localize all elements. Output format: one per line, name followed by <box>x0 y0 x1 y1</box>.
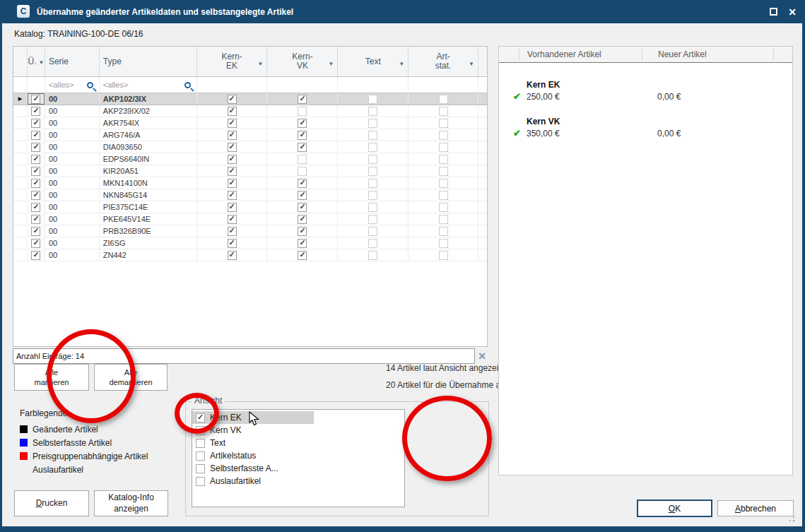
deselect-all-rows-button[interactable]: Alle demarkieren <box>94 364 168 391</box>
text-checkbox[interactable] <box>368 131 377 140</box>
table-row[interactable]: 00AKR754IX <box>13 117 487 129</box>
artstat-checkbox[interactable] <box>439 203 448 212</box>
titlebar[interactable]: C Übernahme geänderter Artikeldaten und … <box>0 0 805 23</box>
kern-vk-cell[interactable] <box>267 225 338 237</box>
kern-vk-checkbox[interactable] <box>298 179 307 188</box>
text-cell[interactable] <box>338 93 409 105</box>
text-checkbox[interactable] <box>368 239 377 248</box>
uebernahme-checkbox[interactable] <box>31 203 40 212</box>
kern-ek-cell[interactable] <box>197 141 268 153</box>
kern-ek-checkbox[interactable] <box>228 107 237 116</box>
kern-ek-cell[interactable] <box>197 189 268 201</box>
uebernahme-cell[interactable] <box>28 213 45 225</box>
kern-ek-cell[interactable] <box>197 213 268 225</box>
kern-ek-checkbox[interactable] <box>228 167 237 176</box>
kern-ek-checkbox[interactable] <box>228 215 237 224</box>
table-row[interactable]: 00NKN845G14 <box>13 189 487 201</box>
text-cell[interactable] <box>338 201 409 213</box>
uebernahme-cell[interactable] <box>28 237 45 249</box>
text-checkbox[interactable] <box>368 155 377 164</box>
uebernahme-checkbox[interactable] <box>31 155 40 164</box>
artstat-checkbox[interactable] <box>439 167 448 176</box>
kern-ek-checkbox[interactable] <box>228 191 237 200</box>
artstat-cell[interactable] <box>409 177 478 189</box>
header-kern-ek[interactable]: Kern-EK <box>197 47 268 76</box>
text-cell[interactable] <box>338 129 409 141</box>
kern-vk-checkbox[interactable] <box>298 119 307 128</box>
table-row[interactable]: 00ZN442 <box>13 249 487 261</box>
kern-vk-cell[interactable] <box>267 237 338 249</box>
text-cell[interactable] <box>338 237 409 249</box>
artstat-checkbox[interactable] <box>439 239 448 248</box>
artstat-checkbox[interactable] <box>439 227 448 236</box>
ansicht-item[interactable]: Text <box>192 437 404 449</box>
kern-vk-checkbox[interactable] <box>298 239 307 248</box>
uebernahme-checkbox[interactable] <box>31 227 40 236</box>
kern-ek-checkbox[interactable] <box>228 131 237 140</box>
kern-vk-cell[interactable] <box>267 105 338 117</box>
header-kern-vk[interactable]: Kern-VK <box>267 47 338 76</box>
kern-vk-cell[interactable] <box>267 117 338 129</box>
kern-vk-checkbox[interactable] <box>298 143 307 152</box>
artstat-checkbox[interactable] <box>439 119 448 128</box>
maximize-button[interactable] <box>764 0 782 23</box>
artstat-cell[interactable] <box>409 117 478 129</box>
kern-vk-checkbox[interactable] <box>298 191 307 200</box>
header-text[interactable]: Text <box>338 47 409 76</box>
artstat-cell[interactable] <box>409 129 478 141</box>
search-icon[interactable] <box>184 82 191 88</box>
artstat-checkbox[interactable] <box>439 191 448 200</box>
text-cell[interactable] <box>338 189 409 201</box>
kern-vk-cell[interactable] <box>267 141 338 153</box>
uebernahme-checkbox[interactable] <box>31 215 40 224</box>
uebernahme-checkbox[interactable] <box>31 143 40 152</box>
kern-vk-cell[interactable] <box>267 213 338 225</box>
uebernahme-cell[interactable] <box>28 189 45 201</box>
header-artstat[interactable]: Art-stat. <box>409 47 478 76</box>
ansicht-item-checkbox[interactable] <box>196 426 205 435</box>
kern-vk-checkbox[interactable] <box>298 155 307 164</box>
kern-ek-cell[interactable] <box>197 177 268 189</box>
uebernahme-cell[interactable] <box>28 93 45 105</box>
ansicht-item-checkbox[interactable] <box>196 477 205 486</box>
serie-filter-cell[interactable]: <alles> <box>45 77 100 93</box>
kern-vk-checkbox[interactable] <box>298 107 307 116</box>
kern-vk-cell[interactable] <box>267 249 338 261</box>
table-row[interactable]: 00KIR20A51 <box>13 165 487 177</box>
kern-ek-checkbox[interactable] <box>228 119 237 128</box>
artstat-checkbox[interactable] <box>439 215 448 224</box>
text-cell[interactable] <box>338 153 409 165</box>
uebernahme-checkbox[interactable] <box>31 119 40 128</box>
kern-vk-cell[interactable] <box>267 201 338 213</box>
uebernahme-checkbox[interactable] <box>31 239 40 248</box>
kern-vk-checkbox[interactable] <box>298 95 307 104</box>
kern-ek-cell[interactable] <box>197 117 268 129</box>
chevron-down-icon[interactable] <box>38 57 44 66</box>
chevron-down-icon[interactable] <box>469 58 474 68</box>
select-all-rows-button[interactable]: Alle markieren <box>14 364 89 391</box>
text-checkbox[interactable] <box>368 107 377 116</box>
resize-grip[interactable] <box>793 520 794 521</box>
uebernahme-cell[interactable] <box>28 141 45 153</box>
uebernahme-cell[interactable] <box>28 165 45 177</box>
uebernahme-cell[interactable] <box>28 153 45 165</box>
kern-ek-checkbox[interactable] <box>228 179 237 188</box>
kern-ek-cell[interactable] <box>197 237 268 249</box>
artstat-checkbox[interactable] <box>439 143 448 152</box>
kern-vk-cell[interactable] <box>267 153 338 165</box>
artstat-checkbox[interactable] <box>439 155 448 164</box>
close-button[interactable] <box>783 0 801 23</box>
text-checkbox[interactable] <box>368 95 377 104</box>
kern-ek-cell[interactable] <box>197 201 268 213</box>
text-checkbox[interactable] <box>368 227 377 236</box>
text-checkbox[interactable] <box>368 215 377 224</box>
artstat-checkbox[interactable] <box>439 131 448 140</box>
artstat-cell[interactable] <box>409 249 478 261</box>
kern-ek-cell[interactable] <box>197 249 268 261</box>
search-icon[interactable] <box>87 82 93 88</box>
artstat-checkbox[interactable] <box>439 251 448 260</box>
kern-vk-checkbox[interactable] <box>298 131 307 140</box>
serie-filter-input[interactable]: <alles> <box>49 81 74 89</box>
text-checkbox[interactable] <box>368 167 377 176</box>
header-type[interactable]: Type <box>100 47 197 76</box>
